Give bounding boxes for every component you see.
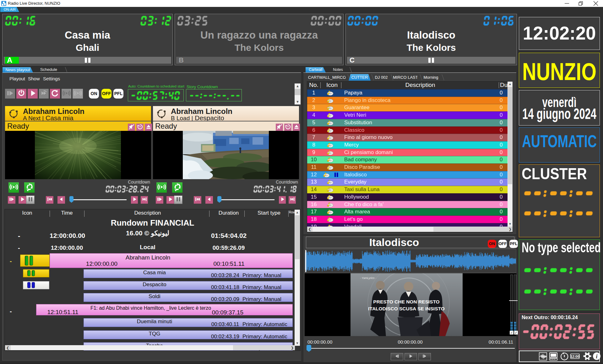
svg-text:ITALODISCO SCUSA SE INSISTO: ITALODISCO SCUSA SE INSISTO: [368, 306, 444, 311]
svg-text:12:00: 12:00: [570, 355, 579, 358]
svg-text:i: i: [596, 353, 598, 360]
svg-text:- YamLyrics -: - YamLyrics -: [360, 276, 376, 280]
svg-text:PRESTO CHE NON RESISTO: PRESTO CHE NON RESISTO: [373, 299, 439, 304]
